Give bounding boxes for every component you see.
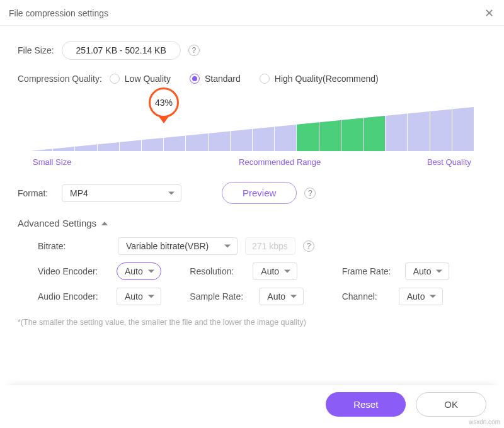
radio-label: High Quality(Recommend) [275, 74, 379, 84]
reset-button[interactable]: Reset [326, 392, 406, 417]
slider-label-right: Best Quality [427, 157, 471, 167]
slider-value: 43% [149, 87, 179, 118]
svg-marker-1 [296, 116, 385, 151]
help-icon[interactable]: ? [188, 45, 200, 56]
frame-rate-select[interactable]: Auto [405, 262, 450, 280]
file-size-value[interactable]: 251.07 KB - 502.14 KB [62, 41, 181, 60]
advanced-settings-toggle[interactable]: Advanced Settings [18, 218, 486, 228]
resolution-label: Resolution: [190, 266, 246, 276]
format-select[interactable]: MP4 [62, 184, 181, 202]
select-value: MP4 [70, 188, 88, 198]
audio-encoder-select[interactable]: Auto [117, 288, 161, 305]
ok-button[interactable]: OK [416, 392, 486, 417]
frame-rate-label: Frame Rate: [342, 266, 399, 276]
bitrate-input[interactable]: 271 kbps [245, 237, 295, 255]
video-encoder-select[interactable]: Auto [117, 262, 161, 280]
quality-radio-group: Low Quality Standard High Quality(Recomm… [110, 74, 379, 84]
file-size-label: File Size: [18, 45, 54, 55]
radio-high-quality[interactable]: High Quality(Recommend) [260, 74, 379, 84]
svg-marker-0 [30, 107, 474, 151]
select-value: Auto [125, 266, 143, 276]
radio-low-quality[interactable]: Low Quality [110, 74, 171, 84]
audio-encoder-label: Audio Encoder: [38, 291, 110, 301]
chevron-up-icon [101, 222, 108, 225]
radio-dot-icon [260, 74, 270, 84]
slider-label-mid: Recommended Range [239, 157, 321, 167]
radio-label: Low Quality [125, 74, 171, 84]
slider-triangle-icon [30, 104, 474, 151]
channel-label: Channel: [342, 291, 392, 301]
select-value: Auto [267, 291, 285, 301]
channel-select[interactable]: Auto [399, 288, 444, 305]
bitrate-label: Bitrate: [38, 241, 110, 251]
settings-note: *(The smaller the setting value, the sma… [18, 318, 486, 327]
radio-dot-icon [110, 74, 120, 84]
radio-label: Standard [205, 74, 241, 84]
video-encoder-label: Video Encoder: [38, 266, 110, 276]
compression-quality-label: Compression Quality: [18, 74, 102, 84]
select-value: Variable bitrate(VBR) [126, 241, 209, 251]
compression-slider[interactable]: 43% Small Size Recommended Range Best Qu… [18, 91, 486, 167]
radio-standard[interactable]: Standard [190, 74, 241, 84]
slider-label-left: Small Size [33, 157, 71, 167]
format-label: Format: [18, 188, 54, 198]
bitrate-select[interactable]: Variable bitrate(VBR) [118, 237, 238, 255]
slider-handle[interactable]: 43% [146, 87, 181, 123]
advanced-settings-title: Advanced Settings [18, 218, 96, 228]
help-icon[interactable]: ? [303, 240, 314, 252]
window-title: File compression settings [9, 8, 108, 18]
watermark: wsxdn.com [469, 419, 500, 425]
radio-dot-icon [190, 74, 200, 84]
sample-rate-select[interactable]: Auto [259, 288, 304, 305]
resolution-select[interactable]: Auto [253, 262, 297, 280]
sample-rate-label: Sample Rate: [190, 291, 253, 301]
preview-button[interactable]: Preview [222, 182, 297, 204]
close-icon[interactable]: ✕ [483, 6, 495, 20]
help-icon[interactable]: ? [304, 188, 316, 199]
select-value: Auto [125, 291, 143, 301]
select-value: Auto [413, 266, 432, 276]
select-value: Auto [261, 266, 279, 276]
pin-icon [159, 116, 169, 123]
select-value: Auto [407, 291, 425, 301]
